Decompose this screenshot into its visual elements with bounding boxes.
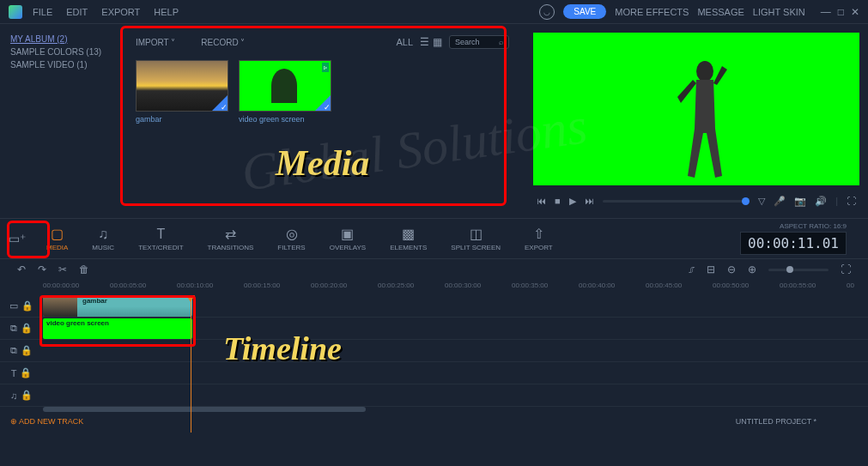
import-dropdown[interactable]: IMPORT ˅ (136, 38, 175, 47)
preview-viewport[interactable] (533, 33, 859, 185)
annotation-media-label: Media (276, 142, 370, 184)
playhead[interactable] (191, 295, 191, 433)
track-type-icon: ▭ (9, 300, 18, 312)
overlays-icon: ▣ (341, 226, 354, 242)
render-icon[interactable]: ⊟ (707, 263, 715, 275)
svg-point-0 (696, 61, 713, 82)
tab-text[interactable]: TTEXT/CREDIT (126, 223, 195, 255)
tab-transitions[interactable]: ⇄TRANSITIONS (196, 222, 266, 255)
filters-icon: ◎ (286, 226, 298, 242)
redo-icon[interactable]: ↷ (38, 263, 46, 275)
mode-tabs-bar: ▭⁺ ▢MEDIA ♫MUSIC TTEXT/CREDIT ⇄TRANSITIO… (0, 218, 868, 259)
aspect-ratio-label: ASPECT RATIO: 16:9 (740, 222, 847, 230)
text-icon: T (156, 227, 165, 242)
library-sidebar: MY ALBUM (2) SAMPLE COLORS (13) SAMPLE V… (0, 24, 120, 218)
menu-edit[interactable]: EDIT (66, 7, 88, 17)
user-avatar-icon[interactable]: ◡ (539, 4, 555, 20)
track-lock-icon[interactable]: 🔒 (20, 367, 32, 378)
maximize-icon[interactable]: □ (838, 6, 844, 18)
video-badge-icon: ▹ (322, 63, 329, 72)
filter-all[interactable]: ALL (396, 37, 413, 47)
timeline-ruler[interactable]: 00:00:00:00 00:00:05:00 00:00:10:00 00:0… (0, 280, 868, 295)
track-audio: ♫🔒 (0, 384, 868, 407)
clip-green-screen[interactable]: video green screen (43, 318, 192, 339)
media-panel: IMPORT ˅ RECORD ˅ ALL ☰ ▦ Search⌕ ✓ gamb… (120, 24, 525, 218)
transitions-icon: ⇄ (225, 226, 236, 242)
media-item-label: video green screen (239, 115, 331, 124)
split-icon: ◫ (470, 226, 483, 242)
track-video-2: ⧉🔒 video green screen (0, 318, 868, 340)
track-pip: ⧉🔒 (0, 340, 868, 362)
minimize-icon[interactable]: — (821, 6, 831, 18)
preview-figure (671, 56, 739, 185)
track-type-icon: ⧉ (10, 323, 17, 334)
zoom-fit-icon[interactable]: ⛶ (841, 263, 851, 275)
zoom-slider[interactable] (768, 269, 829, 271)
light-skin-link[interactable]: LIGHT SKIN (753, 7, 805, 17)
track-lock-icon[interactable]: 🔒 (21, 345, 33, 356)
grid-view-icon[interactable]: ▦ (433, 36, 442, 48)
tab-filters[interactable]: ◎FILTERS (265, 222, 317, 255)
track-video-1: ▭🔒 gambar (0, 295, 868, 318)
prev-frame-icon[interactable]: ⏮ (537, 196, 546, 206)
volume-icon[interactable]: 🔊 (815, 196, 827, 207)
music-icon: ♫ (98, 227, 108, 242)
timeline-scrollbar[interactable] (43, 407, 851, 412)
tab-media[interactable]: ▢MEDIA (34, 222, 80, 255)
top-menu-bar: FILE EDIT EXPORT HELP ◡ SAVE MORE EFFECT… (0, 0, 868, 24)
media-item-green-screen[interactable]: ▹✓ video green screen (239, 60, 331, 124)
list-view-icon[interactable]: ☰ (420, 36, 429, 48)
cut-icon[interactable]: ✂ (58, 263, 67, 275)
folder-icon: ▢ (51, 226, 64, 242)
track-type-icon: ♫ (10, 390, 17, 401)
tab-music[interactable]: ♫MUSIC (80, 223, 126, 255)
track-type-icon: ⧉ (10, 345, 17, 356)
stop-icon[interactable]: ■ (555, 196, 561, 206)
project-name-label: UNTITLED PROJECT * (736, 417, 816, 426)
app-logo-icon (9, 5, 22, 19)
timeline-area: Timeline ▭🔒 gambar ⧉🔒 video green screen… (0, 295, 868, 433)
save-button[interactable]: SAVE (563, 4, 606, 19)
search-icon: ⌕ (499, 38, 503, 46)
next-frame-icon[interactable]: ⏭ (585, 196, 594, 206)
track-lock-icon[interactable]: 🔒 (21, 300, 33, 312)
tab-elements[interactable]: ▩ELEMENTS (378, 222, 439, 255)
play-icon[interactable]: ▶ (569, 196, 576, 207)
sidebar-item-sample-colors[interactable]: SAMPLE COLORS (13) (10, 45, 110, 58)
more-effects-link[interactable]: MORE EFFECTS (615, 7, 689, 17)
elements-icon: ▩ (402, 226, 415, 242)
track-lock-icon[interactable]: 🔒 (21, 390, 33, 401)
timecode-display[interactable]: 00:00:11.01 (740, 232, 847, 255)
undo-icon[interactable]: ↶ (17, 263, 26, 275)
mic-icon[interactable]: 🎤 (774, 196, 786, 207)
record-dropdown[interactable]: RECORD ˅ (201, 38, 245, 47)
menu-export[interactable]: EXPORT (101, 7, 140, 17)
clip-gambar[interactable]: gambar (43, 296, 192, 317)
track-lock-icon[interactable]: 🔒 (21, 323, 33, 334)
close-icon[interactable]: ✕ (851, 6, 859, 18)
add-track-button[interactable]: ⊕ ADD NEW TRACK (10, 417, 83, 426)
seek-bar[interactable] (603, 200, 750, 203)
media-item-gambar[interactable]: ✓ gambar (136, 60, 228, 124)
marker-icon[interactable]: ▽ (758, 196, 765, 207)
sidebar-item-my-album[interactable]: MY ALBUM (2) (10, 33, 110, 45)
zoom-out-icon[interactable]: ⊖ (727, 263, 736, 275)
delete-icon[interactable]: 🗑 (79, 263, 89, 275)
timeline-toolbar: ↶ ↷ ✂ 🗑 ⎎ ⊟ ⊖ ⊕ ⛶ (0, 259, 868, 280)
sidebar-item-sample-video[interactable]: SAMPLE VIDEO (1) (10, 58, 110, 71)
tab-split[interactable]: ◫SPLIT SCREEN (439, 222, 513, 255)
zoom-in-icon[interactable]: ⊕ (748, 263, 756, 275)
menu-help[interactable]: HELP (154, 7, 179, 17)
message-link[interactable]: MESSAGE (697, 7, 744, 17)
menu-file[interactable]: FILE (33, 7, 52, 17)
preview-panel: ⏮ ■ ▶ ⏭ ▽ 🎤 📷 🔊 | ⛶ (525, 24, 868, 218)
fullscreen-icon[interactable]: ⛶ (847, 196, 856, 207)
mixer-icon[interactable]: ⎎ (689, 263, 695, 275)
media-item-label: gambar (136, 115, 228, 124)
tab-export[interactable]: ⇧EXPORT (513, 222, 565, 255)
snapshot-icon[interactable]: 📷 (794, 196, 806, 207)
search-input[interactable]: Search⌕ (449, 35, 509, 49)
add-folder-icon[interactable]: ▭⁺ (9, 232, 26, 245)
tab-overlays[interactable]: ▣OVERLAYS (318, 222, 379, 255)
track-text: T🔒 (0, 362, 868, 384)
